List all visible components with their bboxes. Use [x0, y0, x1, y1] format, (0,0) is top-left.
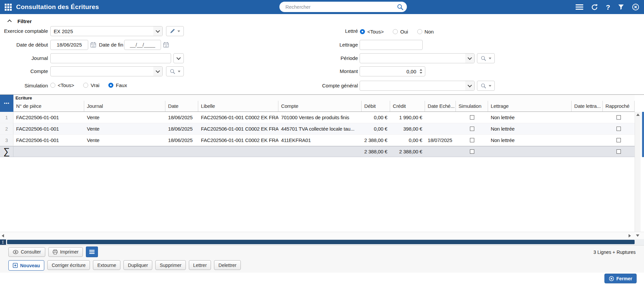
radio-lettre-tous[interactable]	[360, 29, 365, 34]
date-debut-input[interactable]: 18/06/2025	[50, 40, 88, 50]
cell-date_lettrage	[572, 112, 603, 123]
imprimer-button[interactable]: Imprimer	[48, 247, 83, 257]
vertical-scrollbar[interactable]	[635, 112, 641, 232]
table-corner-menu[interactable]: •••	[0, 95, 13, 112]
simulation-checkbox[interactable]	[470, 127, 474, 131]
chevron-down-icon[interactable]	[153, 67, 162, 76]
table-row[interactable]: 3FAC202506-01-001Vente18/06/2025FAC20250…	[0, 135, 635, 146]
column-header-debit[interactable]: Débit	[362, 101, 390, 112]
total-piece	[13, 146, 84, 157]
radio-simulation-tous[interactable]	[50, 83, 55, 88]
row-number[interactable]: 3	[0, 135, 13, 146]
calendar-icon[interactable]: 15	[163, 42, 169, 48]
table-row[interactable]: 1FAC202506-01-001Vente18/06/2025FAC20250…	[0, 112, 635, 123]
column-header-rapproche[interactable]: Rapproché	[603, 101, 635, 112]
montant-input[interactable]: 0,00	[360, 66, 425, 76]
column-header-piece[interactable]: N° de pièce	[13, 101, 84, 112]
total-date	[165, 146, 198, 157]
cell-credit: 0,00 €	[390, 135, 425, 146]
column-header-date_lettrage[interactable]: Date lettra...	[572, 101, 603, 112]
calendar-icon[interactable]: 15	[90, 42, 96, 48]
simulation-checkbox[interactable]	[470, 115, 474, 120]
horizontal-scrollbar[interactable]	[0, 232, 644, 239]
column-header-simulation[interactable]: Simulation	[456, 101, 488, 112]
chevron-down-icon[interactable]	[465, 54, 474, 63]
periode-select[interactable]	[360, 53, 475, 63]
lettrer-button[interactable]: Lettrer	[189, 260, 211, 270]
cell-libelle: FAC202506-01-001 C0002 EK FRAN	[198, 112, 278, 123]
help-icon[interactable]: ?	[606, 4, 610, 11]
totals-toggle-button[interactable]: Σ	[0, 239, 6, 245]
compte-general-select[interactable]	[360, 81, 475, 91]
rapproche-checkbox[interactable]	[616, 138, 621, 142]
montant-stepper[interactable]	[418, 69, 425, 74]
radio-simulation-faux[interactable]	[108, 83, 113, 88]
simulation-checkbox[interactable]	[470, 149, 474, 154]
radio-lettre-non[interactable]	[417, 29, 422, 34]
periode-search-button[interactable]	[477, 53, 495, 63]
rapproche-checkbox[interactable]	[616, 127, 621, 131]
rapproche-checkbox[interactable]	[616, 115, 621, 120]
svg-text:15: 15	[165, 45, 167, 47]
chevron-down-icon[interactable]	[153, 26, 162, 36]
svg-text:15: 15	[92, 45, 95, 47]
refresh-icon[interactable]	[591, 4, 598, 11]
compte-general-label: Compte général	[295, 81, 358, 91]
search-input[interactable]	[285, 4, 397, 10]
corriger-ecriture-button[interactable]: Corriger écriture	[47, 260, 90, 270]
caret-down-icon	[489, 85, 491, 87]
row-number[interactable]: 1	[0, 112, 13, 123]
column-header-journal[interactable]: Journal	[84, 101, 165, 112]
scroll-down-icon[interactable]	[636, 234, 639, 237]
compte-general-search-button[interactable]	[477, 81, 495, 91]
nouveau-button[interactable]: Nouveau	[8, 260, 44, 271]
chevron-down-icon[interactable]	[465, 81, 474, 90]
table-row[interactable]: 2FAC202506-01-001Vente18/06/2025FAC20250…	[0, 123, 635, 135]
column-header-compte[interactable]: Compte	[278, 101, 362, 112]
supprimer-button[interactable]: Supprimer	[155, 260, 186, 270]
horizontal-scroll-thumb[interactable]	[7, 240, 635, 244]
date-fin-input[interactable]: __/__/____	[124, 40, 161, 50]
delettrer-button[interactable]: Delettrer	[214, 260, 241, 270]
scroll-up-icon[interactable]	[636, 114, 640, 116]
column-header-libelle[interactable]: Libelle	[198, 101, 278, 112]
menu-icon[interactable]	[576, 4, 583, 10]
compte-search-button[interactable]	[166, 66, 184, 76]
scroll-left-icon[interactable]	[2, 234, 4, 237]
column-header-date_echeance[interactable]: Date Eché...	[425, 101, 456, 112]
cell-credit: 1 990,00 €	[390, 112, 425, 123]
radio-lettre-oui[interactable]	[393, 29, 398, 34]
journal-dropdown-button[interactable]	[173, 53, 184, 63]
column-header-credit[interactable]: Crédit	[390, 101, 425, 112]
titlebar: Consultation des Écritures ?	[0, 0, 644, 14]
simulation-checkbox[interactable]	[470, 138, 474, 142]
search-icon[interactable]	[397, 4, 404, 10]
journal-input[interactable]	[50, 53, 171, 63]
table-menu-button[interactable]	[86, 246, 98, 257]
row-number[interactable]: 2	[0, 123, 13, 134]
scroll-right-icon[interactable]	[629, 234, 631, 237]
filter-icon[interactable]	[618, 4, 624, 10]
lettrage-input[interactable]	[360, 40, 423, 50]
fermer-label: Fermer	[616, 276, 632, 281]
exercice-select[interactable]: EX 2025	[50, 26, 163, 36]
printer-icon	[53, 250, 58, 255]
imprimer-label: Imprimer	[60, 249, 78, 255]
extourne-button[interactable]: Extourne	[93, 260, 120, 270]
nouveau-label: Nouveau	[20, 263, 40, 268]
cell-simulation	[456, 112, 488, 123]
consulter-button[interactable]: Consulter	[8, 247, 45, 257]
close-window-icon[interactable]	[632, 3, 639, 11]
step-down-icon[interactable]	[420, 72, 422, 74]
caret-down-icon	[177, 30, 180, 32]
column-header-lettrage[interactable]: Lettrage	[488, 101, 572, 112]
radio-simulation-vrai[interactable]	[83, 83, 88, 88]
rapproche-checkbox[interactable]	[616, 149, 621, 154]
compte-select[interactable]	[50, 66, 163, 76]
collapse-section-icon[interactable]	[7, 19, 12, 24]
fermer-button[interactable]: Fermer	[604, 274, 637, 283]
step-up-icon[interactable]	[420, 69, 422, 71]
exercice-edit-button[interactable]	[166, 26, 184, 36]
dupliquer-button[interactable]: Dupliquer	[123, 260, 152, 270]
column-header-date[interactable]: Date	[165, 101, 198, 112]
